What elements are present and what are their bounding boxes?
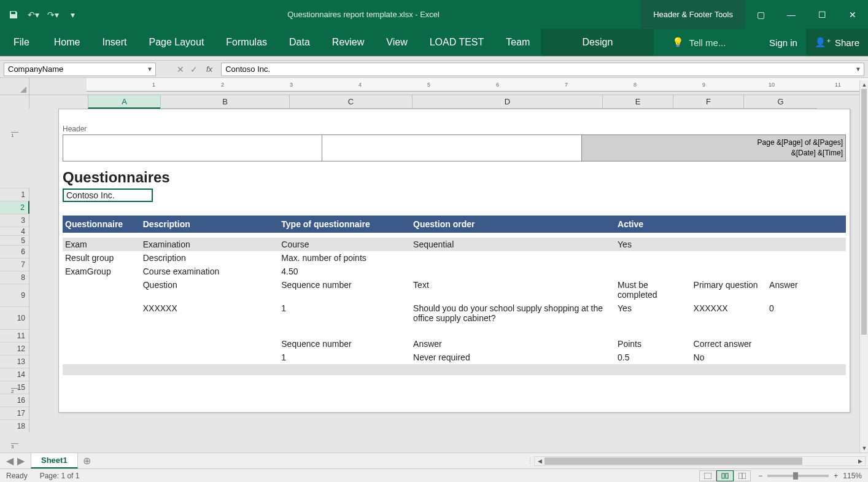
- zoom-out-button[interactable]: −: [758, 472, 762, 480]
- close-button[interactable]: ✕: [837, 0, 868, 29]
- row-16[interactable]: 16: [0, 394, 29, 406]
- header-center-section[interactable]: [322, 135, 581, 161]
- tab-insert[interactable]: Insert: [91, 29, 138, 56]
- formula-expand-icon[interactable]: ▼: [855, 66, 861, 72]
- scroll-thumb[interactable]: [861, 89, 867, 335]
- row-2[interactable]: 2: [0, 201, 29, 214]
- row-14[interactable]: 14: [0, 368, 29, 381]
- tell-me-search[interactable]: 💡 Tell me...: [672, 37, 726, 48]
- share-button[interactable]: 👤⁺ Share: [806, 29, 868, 56]
- cell-seq[interactable]: 1: [279, 301, 411, 325]
- cell-question[interactable]: XXXXXX: [141, 301, 279, 325]
- tab-load-test[interactable]: LOAD TEST: [419, 29, 495, 56]
- row-4[interactable]: 4: [0, 227, 29, 235]
- row-9[interactable]: 9: [0, 284, 29, 306]
- name-box-dropdown-icon[interactable]: ▼: [147, 66, 153, 72]
- name-box[interactable]: CompanyName ▼: [4, 63, 156, 76]
- col-A[interactable]: A: [88, 95, 160, 109]
- maximize-button[interactable]: ☐: [807, 0, 837, 29]
- row-6[interactable]: 6: [0, 245, 29, 258]
- header-right-section[interactable]: Page &[Page] of &[Pages] &[Date] &[Time]: [582, 135, 845, 161]
- tab-view[interactable]: View: [375, 29, 418, 56]
- col-C[interactable]: C: [289, 95, 412, 109]
- tab-review[interactable]: Review: [321, 29, 375, 56]
- hscroll-right-icon[interactable]: ▶: [855, 458, 865, 464]
- zoom-slider[interactable]: [767, 475, 829, 477]
- formula-input[interactable]: Contoso Inc. ▼: [221, 63, 864, 76]
- row-7[interactable]: 7: [0, 258, 29, 271]
- zoom-level[interactable]: 115%: [843, 472, 862, 480]
- page-header-editor[interactable]: Page &[Page] of &[Pages] &[Date] &[Time]: [63, 134, 846, 161]
- scroll-up-icon[interactable]: ▲: [860, 80, 868, 89]
- row-13[interactable]: 13: [0, 355, 29, 368]
- cell-ans-seq[interactable]: 1: [279, 351, 411, 364]
- cell-primary[interactable]: XXXXXX: [691, 301, 767, 325]
- row-1[interactable]: 1: [0, 188, 29, 201]
- cell-order[interactable]: Sequential: [411, 238, 615, 251]
- sheet-tab-sheet1[interactable]: Sheet1: [31, 453, 78, 468]
- col-E[interactable]: E: [602, 95, 673, 109]
- header-left-section[interactable]: [63, 135, 322, 161]
- hdr-questionnaire: Questionnaire: [63, 216, 141, 233]
- add-sheet-button[interactable]: ⊕: [78, 453, 96, 468]
- hdr-primary: Primary question: [691, 278, 767, 301]
- cell-text[interactable]: Should you do your school supply shoppin…: [411, 301, 615, 325]
- cell-active[interactable]: Yes: [615, 238, 691, 251]
- qat-customize-icon[interactable]: ▾: [64, 6, 81, 23]
- accept-formula-icon[interactable]: ✓: [190, 64, 198, 74]
- sheet-tab-bar: ◀ ▶ Sheet1 ⊕ ⋮ ◀ ▶: [0, 453, 868, 468]
- cell-max-points[interactable]: 4.50: [279, 265, 411, 278]
- tab-file[interactable]: File: [0, 29, 43, 56]
- cell-rg-description[interactable]: Course examination: [141, 265, 279, 278]
- minimize-button[interactable]: —: [776, 0, 807, 29]
- row-5[interactable]: 5: [0, 235, 29, 245]
- view-page-layout-button[interactable]: [716, 470, 734, 481]
- tab-home[interactable]: Home: [43, 29, 91, 56]
- select-all-corner[interactable]: [0, 78, 29, 95]
- col-D[interactable]: D: [412, 95, 602, 109]
- tab-scroll-left-icon[interactable]: ◀: [6, 455, 14, 467]
- tab-formulas[interactable]: Formulas: [215, 29, 278, 56]
- tab-data[interactable]: Data: [278, 29, 321, 56]
- hscroll-thumb[interactable]: [544, 457, 802, 465]
- company-name-cell[interactable]: Contoso Inc.: [63, 189, 153, 202]
- col-G[interactable]: G: [743, 95, 817, 109]
- save-icon[interactable]: [5, 6, 22, 23]
- sign-in-button[interactable]: Sign in: [761, 37, 806, 48]
- cell-type[interactable]: Course: [279, 238, 411, 251]
- view-normal-button[interactable]: [699, 470, 716, 481]
- tab-team[interactable]: Team: [495, 29, 541, 56]
- row-10[interactable]: 10: [0, 306, 29, 329]
- cell-must[interactable]: Yes: [615, 301, 691, 325]
- tab-scroll-right-icon[interactable]: ▶: [17, 455, 25, 467]
- tab-design[interactable]: Design: [583, 29, 613, 56]
- col-B[interactable]: B: [160, 95, 289, 109]
- row-11[interactable]: 11: [0, 329, 29, 342]
- row-3[interactable]: 3: [0, 214, 29, 227]
- row-12[interactable]: 12: [0, 342, 29, 355]
- vertical-scrollbar[interactable]: ▲ ▼: [859, 80, 868, 453]
- zoom-in-button[interactable]: +: [834, 472, 838, 480]
- cell-ans-answer[interactable]: Never required: [411, 351, 615, 364]
- redo-icon[interactable]: ↷▾: [44, 6, 61, 23]
- tab-page-layout[interactable]: Page Layout: [138, 29, 215, 56]
- view-page-break-button[interactable]: [734, 470, 751, 481]
- scroll-down-icon[interactable]: ▼: [860, 444, 868, 453]
- tab-split-handle[interactable]: ⋮: [527, 457, 534, 464]
- fx-icon[interactable]: fx: [206, 64, 212, 74]
- cell-questionnaire[interactable]: Exam: [63, 238, 141, 251]
- cancel-formula-icon[interactable]: ✕: [177, 64, 184, 74]
- hscroll-left-icon[interactable]: ◀: [535, 458, 544, 464]
- row-8[interactable]: 8: [0, 271, 29, 284]
- col-F[interactable]: F: [673, 95, 743, 109]
- horizontal-scrollbar[interactable]: ◀ ▶: [534, 456, 866, 466]
- undo-icon[interactable]: ↶▾: [25, 6, 42, 23]
- cell-ans-correct[interactable]: No: [691, 351, 767, 364]
- row-18[interactable]: 18: [0, 419, 29, 432]
- cell-result-group[interactable]: ExamGroup: [63, 265, 141, 278]
- cell-description[interactable]: Examination: [141, 238, 279, 251]
- ribbon-display-options-button[interactable]: ▢: [745, 0, 776, 29]
- cell-ans-points[interactable]: 0.5: [615, 351, 691, 364]
- cell-answer[interactable]: 0: [767, 301, 846, 325]
- row-17[interactable]: 17: [0, 406, 29, 419]
